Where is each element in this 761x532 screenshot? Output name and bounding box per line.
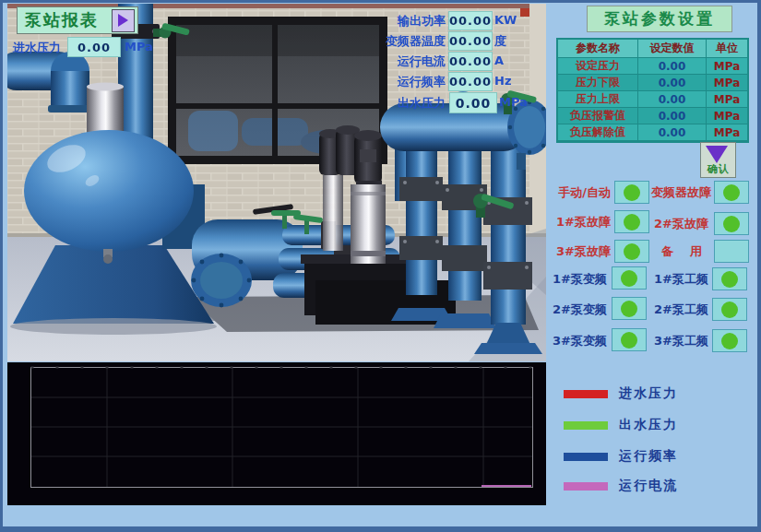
manual-auto-label: 手动/自动	[548, 184, 611, 201]
lamp-on	[723, 216, 740, 232]
param-name: 设定压力	[558, 58, 638, 75]
param-name: 负压报警值	[558, 108, 638, 124]
output-power-unit: KW	[494, 13, 517, 27]
pump2-mains-label: 2#泵工频	[649, 301, 708, 318]
pump2-vfd-lamp	[612, 297, 647, 320]
table-row: 负压解除值 0.00 MPa	[558, 124, 747, 141]
inverter-temp-label: 变频器温度	[361, 33, 446, 50]
settings-table-header: 参数名称 设定数值 单位	[558, 40, 747, 58]
param-name: 压力上限	[558, 91, 638, 108]
pump1-vfd-lamp	[612, 266, 647, 290]
pump3-mains-label: 3#泵工频	[649, 333, 708, 349]
lamp-on	[723, 184, 740, 201]
pump1-mains-label: 1#泵工频	[649, 271, 708, 288]
inverter-temp-unit: 度	[494, 33, 506, 50]
lamp-on	[621, 301, 637, 317]
outlet-pressure-label: 出水压力	[361, 95, 446, 112]
pump3-vfd-lamp	[612, 328, 647, 351]
pump2-mains-lamp	[712, 298, 747, 321]
inlet-pressure-unit: MPa	[125, 40, 153, 53]
pump-station-hmi-screen: 泵站报表 进水压力 0.00 MPa 输出功率 00.00 KW 变频器温度 0…	[0, 0, 761, 532]
legend-swatch-frequency	[564, 453, 608, 461]
output-power-value: 00.00	[448, 11, 493, 30]
outlet-pressure-value: 0.00	[449, 92, 497, 113]
table-row: 压力下限 0.00 MPa	[558, 75, 747, 91]
header-set-value: 设定数值	[638, 40, 707, 58]
pump2-fault-lamp	[714, 212, 749, 235]
param-value-input[interactable]: 0.00	[638, 124, 707, 141]
pump1-fault-label: 1#泵故障	[552, 214, 611, 231]
param-value-input[interactable]: 0.00	[638, 91, 707, 108]
legend-label-inlet: 进水压力	[619, 385, 678, 402]
lamp-on	[624, 184, 640, 201]
lamp-on	[624, 214, 640, 231]
vfd-fault-lamp	[714, 181, 749, 204]
run-current-unit: A	[494, 53, 504, 67]
confirm-button[interactable]: 确认	[700, 142, 736, 178]
inlet-pressure-value: 0.00	[67, 37, 121, 57]
legend-swatch-inlet	[564, 390, 608, 398]
run-frequency-label: 运行频率	[361, 74, 446, 90]
lamp-on	[721, 301, 738, 318]
table-row: 压力上限 0.00 MPa	[558, 91, 747, 108]
param-unit: MPa	[707, 124, 747, 141]
trend-chart-plot	[7, 362, 546, 505]
param-value-input[interactable]: 0.00	[638, 108, 707, 124]
run-frequency-unit: Hz	[494, 74, 511, 88]
run-current-value: 00.00	[448, 52, 493, 71]
lamp-on	[721, 271, 738, 288]
play-arrow-icon[interactable]	[112, 9, 135, 32]
legend-swatch-outlet	[564, 421, 608, 430]
param-unit: MPa	[707, 108, 747, 124]
pump3-fault-lamp	[614, 240, 649, 263]
pump1-fault-lamp	[614, 210, 649, 233]
confirm-button-label: 确认	[701, 162, 735, 176]
pump3-mains-lamp	[712, 329, 747, 352]
param-name: 压力下限	[558, 75, 638, 91]
report-button[interactable]: 泵站报表	[17, 6, 138, 34]
lamp-on	[621, 270, 637, 287]
outlet-pressure-unit: MPa	[499, 95, 528, 109]
settings-panel-title: 泵站参数设置	[587, 6, 732, 32]
vfd-fault-label: 变频器故障	[647, 184, 711, 201]
inlet-pressure-label: 进水压力	[13, 40, 61, 56]
param-unit: MPa	[707, 58, 747, 75]
run-frequency-value: 00.00	[448, 72, 493, 91]
header-unit: 单位	[707, 40, 747, 58]
manual-auto-lamp	[614, 181, 649, 204]
spare-lamp	[714, 240, 749, 263]
legend-label-frequency: 运行频率	[619, 448, 678, 465]
pump2-fault-label: 2#泵故障	[649, 216, 708, 232]
param-value-input[interactable]: 0.00	[638, 75, 707, 91]
pump1-mains-lamp	[712, 267, 747, 290]
legend-swatch-current	[564, 482, 608, 491]
pump2-vfd-label: 2#泵变频	[550, 301, 607, 318]
header-param-name: 参数名称	[558, 40, 638, 58]
table-row: 负压报警值 0.00 MPa	[558, 108, 747, 124]
lamp-on	[624, 243, 640, 260]
trend-chart	[7, 362, 546, 505]
settings-table: 参数名称 设定数值 单位 设定压力 0.00 MPa 压力下限 0.00 MPa…	[556, 38, 749, 143]
report-button-label: 泵站报表	[25, 9, 99, 31]
confirm-triangle-icon	[706, 146, 728, 163]
run-current-label: 运行电流	[361, 53, 446, 70]
param-value-input[interactable]: 0.00	[638, 58, 707, 75]
pump3-fault-label: 3#泵故障	[552, 243, 611, 260]
inverter-temp-value: 00.00	[448, 31, 493, 51]
legend-label-current: 运行电流	[619, 478, 678, 494]
param-name: 负压解除值	[558, 124, 638, 141]
spare-label: 备 用	[654, 243, 709, 260]
param-unit: MPa	[707, 75, 747, 91]
pump3-vfd-label: 3#泵变频	[550, 333, 607, 349]
table-row: 设定压力 0.00 MPa	[558, 58, 747, 75]
output-power-label: 输出功率	[361, 13, 446, 30]
legend-label-outlet: 出水压力	[619, 417, 678, 433]
lamp-on	[721, 333, 738, 349]
pump1-vfd-label: 1#泵变频	[550, 271, 607, 288]
param-unit: MPa	[707, 91, 747, 108]
lamp-on	[621, 332, 637, 349]
